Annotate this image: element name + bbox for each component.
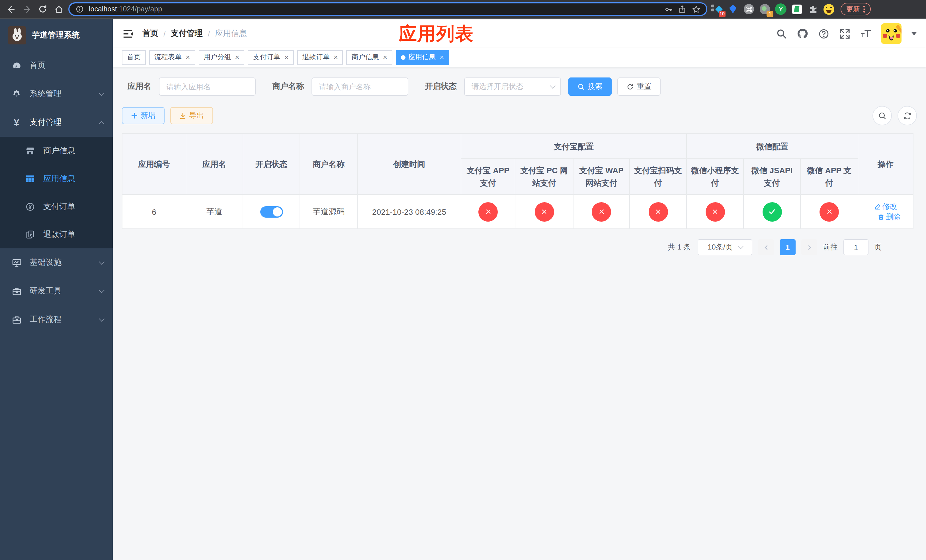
bookmark-star-icon[interactable] bbox=[691, 5, 701, 14]
url-path: :1024/pay/app bbox=[117, 5, 162, 13]
delete-link[interactable]: 删除 bbox=[877, 212, 901, 222]
pagination: 共 1 条 10条/页 1 前往 页 bbox=[122, 239, 917, 255]
sidebar-item-pay-order[interactable]: 支付订单 bbox=[0, 192, 113, 221]
address-bar[interactable]: localhost:1024/pay/app bbox=[68, 2, 707, 16]
tab-7[interactable]: 应用信息× bbox=[396, 50, 449, 65]
tab-close-icon[interactable]: × bbox=[383, 53, 387, 61]
monitor-chart-icon bbox=[11, 257, 22, 268]
tab-3[interactable]: 用户分组× bbox=[198, 50, 244, 65]
merchant-name-input[interactable] bbox=[312, 77, 409, 96]
page-size-select[interactable]: 10条/页 bbox=[698, 239, 752, 255]
search-button-label: 搜索 bbox=[588, 82, 602, 92]
next-page-button[interactable] bbox=[801, 239, 817, 255]
column-header-alipay-app: 支付宝 APP 支付 bbox=[461, 159, 515, 195]
tab-close-icon[interactable]: × bbox=[186, 53, 190, 61]
extension-balloon-icon[interactable] bbox=[727, 3, 739, 15]
tab-label: 退款订单 bbox=[303, 52, 330, 62]
tab-label: 用户分组 bbox=[204, 52, 231, 62]
status-label: 开启状态 bbox=[425, 82, 457, 92]
toggle-search-button[interactable] bbox=[873, 106, 892, 125]
app-name-input[interactable] bbox=[159, 77, 256, 96]
browser-update-button[interactable]: 更新 bbox=[841, 3, 870, 15]
tab-4[interactable]: 支付订单× bbox=[248, 50, 294, 65]
app-table: 应用编号 应用名 开启状态 商户名称 创建时间 支付宝配置 微信配置 操作 支付… bbox=[122, 133, 914, 229]
sidebar-item-refund-order[interactable]: 退款订单 bbox=[0, 221, 113, 248]
column-header-status: 开启状态 bbox=[243, 133, 300, 195]
refresh-button[interactable] bbox=[897, 106, 917, 125]
grid-table-icon bbox=[25, 174, 35, 184]
sidebar-item-merchant-info[interactable]: 商户信息 bbox=[0, 137, 113, 165]
breadcrumb-payment[interactable]: 支付管理 bbox=[171, 29, 203, 39]
url-text[interactable]: localhost:1024/pay/app bbox=[89, 5, 660, 13]
search-button[interactable]: 搜索 bbox=[568, 77, 612, 96]
profile-avatar-icon[interactable] bbox=[822, 3, 835, 15]
share-icon[interactable] bbox=[678, 5, 687, 14]
table-row: 6 芋道 芋道源码 2021-10-23 08:49:25 bbox=[122, 195, 913, 229]
disabled-x-icon bbox=[648, 202, 668, 221]
active-tab-dot bbox=[401, 55, 406, 59]
status-select[interactable]: 请选择开启状态 bbox=[464, 77, 561, 96]
extension-notes-icon[interactable] bbox=[790, 3, 803, 15]
search-icon[interactable] bbox=[776, 28, 787, 39]
tab-close-icon[interactable]: × bbox=[334, 53, 338, 61]
breadcrumb: 首页 / 支付管理 / 应用信息 bbox=[142, 29, 247, 39]
sidebar-item-app-info[interactable]: 应用信息 bbox=[0, 165, 113, 192]
tab-close-icon[interactable]: × bbox=[235, 53, 239, 61]
disabled-x-icon bbox=[592, 202, 611, 221]
cell-operations: 修改 删除 bbox=[858, 195, 913, 229]
chevron-down-icon bbox=[737, 244, 743, 249]
sidebar-item-infrastructure[interactable]: 基础设施 bbox=[0, 248, 113, 277]
tab-1[interactable]: 首页 bbox=[122, 50, 146, 65]
disabled-x-icon bbox=[820, 202, 839, 221]
reset-button[interactable]: 重置 bbox=[617, 77, 661, 96]
browser-menu-icon[interactable] bbox=[863, 6, 865, 12]
extensions-puzzle-icon[interactable] bbox=[806, 3, 819, 15]
help-icon[interactable] bbox=[818, 28, 829, 39]
extension-recorder-icon[interactable]: 1 bbox=[758, 3, 771, 15]
sidebar-item-payment[interactable]: ¥ 支付管理 bbox=[0, 108, 113, 137]
table-tools bbox=[873, 106, 917, 125]
extension-analytics-icon[interactable]: 10 bbox=[711, 3, 723, 15]
forward-icon[interactable] bbox=[21, 3, 33, 15]
extension-badge: 1 bbox=[767, 11, 773, 17]
pay-status-cell bbox=[687, 195, 743, 229]
page-number-1[interactable]: 1 bbox=[780, 239, 796, 255]
sidebar-item-system[interactable]: 系统管理 bbox=[0, 80, 113, 108]
sidebar-fold-icon[interactable] bbox=[122, 28, 133, 39]
chevron-up-icon bbox=[99, 121, 104, 127]
export-button[interactable]: 导出 bbox=[170, 107, 213, 124]
tab-close-icon[interactable]: × bbox=[440, 53, 444, 61]
reload-icon[interactable] bbox=[36, 3, 49, 15]
fullscreen-icon[interactable] bbox=[839, 28, 850, 39]
github-icon[interactable] bbox=[797, 28, 808, 39]
home-icon[interactable] bbox=[52, 3, 65, 15]
breadcrumb-home[interactable]: 首页 bbox=[142, 29, 158, 39]
font-size-icon[interactable] bbox=[860, 28, 872, 39]
top-navbar: 首页 / 支付管理 / 应用信息 bbox=[113, 20, 926, 48]
sidebar-item-dev-tools[interactable]: 研发工具 bbox=[0, 277, 113, 305]
tab-5[interactable]: 退款订单× bbox=[297, 50, 343, 65]
caret-down-icon[interactable] bbox=[911, 32, 917, 35]
back-icon[interactable] bbox=[5, 3, 17, 15]
goto-page-input[interactable] bbox=[843, 239, 869, 255]
table-toolbar: 新增 导出 bbox=[122, 106, 917, 125]
edit-link[interactable]: 修改 bbox=[874, 201, 897, 212]
user-avatar[interactable] bbox=[881, 23, 902, 44]
tab-close-icon[interactable]: × bbox=[284, 53, 289, 61]
tab-6[interactable]: 商户信息× bbox=[346, 50, 392, 65]
sidebar-item-home[interactable]: 首页 bbox=[0, 51, 113, 80]
extension-command-icon[interactable] bbox=[743, 3, 755, 15]
add-button[interactable]: 新增 bbox=[122, 107, 165, 124]
site-info-icon[interactable] bbox=[75, 5, 84, 14]
enable-toggle[interactable] bbox=[260, 206, 283, 217]
password-key-icon[interactable] bbox=[664, 5, 673, 14]
sidebar-item-label: 基础设施 bbox=[30, 257, 92, 268]
sidebar-logo: 芋道管理系统 bbox=[0, 20, 113, 51]
toolbox-icon bbox=[11, 315, 22, 325]
sidebar-item-workflow[interactable]: 工作流程 bbox=[0, 305, 113, 334]
tags-view: 首页流程表单×用户分组×支付订单×退款订单×商户信息×应用信息× bbox=[113, 48, 926, 67]
prev-page-button[interactable] bbox=[758, 239, 774, 255]
logo-image bbox=[8, 26, 26, 44]
extension-y-icon[interactable]: Y bbox=[775, 3, 787, 15]
tab-2[interactable]: 流程表单× bbox=[149, 50, 195, 65]
